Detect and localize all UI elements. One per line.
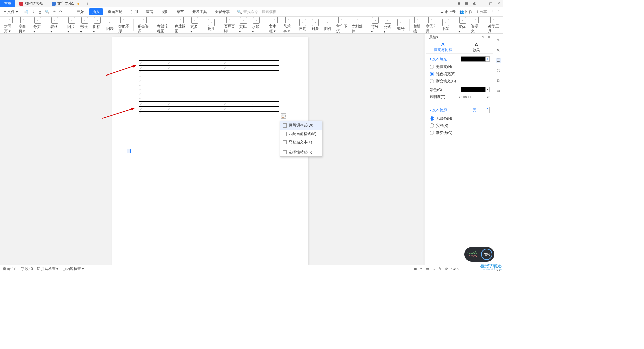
tab-fill-outline[interactable]: A填充与轮廓 [426, 41, 460, 53]
table-1[interactable]: ↵↵↵↵↵ ↵↵↵↵↵ [139, 60, 279, 71]
adjust-icon[interactable]: ☰ [496, 58, 501, 63]
page[interactable]: ↵↵↵↵↵ ↵↵↵↵↵ ↵↵↵ ↵↵↵ ↵ ↵↵↵↵↵ ↵↵↵↵↵ ↵ [112, 37, 308, 265]
section-text-fill[interactable]: 文本填充 ▾ [430, 56, 490, 62]
ribbon-符号[interactable]: ▫符号 ▾ [370, 17, 381, 33]
tab-template[interactable]: 找稻壳模板 [15, 0, 48, 7]
color-swatch[interactable] [461, 87, 486, 92]
ribbon-超链接[interactable]: ▫超链接 [412, 17, 423, 34]
menu-页面布局[interactable]: 页面布局 [104, 8, 126, 15]
menu-match-dest[interactable]: 匹配当前格式(M) [280, 130, 322, 138]
ribbon-页眉页脚[interactable]: ▫页眉页脚 [223, 17, 236, 34]
ribbon-形状[interactable]: ▫形状 ▾ [79, 17, 90, 33]
chevron-up-icon[interactable]: ⌃ [497, 10, 500, 14]
paste-smart-tag[interactable]: 📋 [281, 113, 286, 119]
ribbon-公式[interactable]: ▫公式 ▾ [382, 17, 394, 33]
tab-effect[interactable]: A效果 [460, 41, 493, 53]
menu-引用[interactable]: 引用 [127, 8, 141, 15]
ribbon-书签[interactable]: ▫书签 [440, 19, 451, 31]
ribbon-图表[interactable]: ▫图表 [104, 19, 116, 31]
ribbon-窗体[interactable]: ▫窗体 ▾ [457, 17, 468, 33]
book-icon[interactable]: ▭ [496, 88, 501, 93]
menu-开发工具[interactable]: 开发工具 [189, 8, 210, 15]
menu-paste-special[interactable]: 选择性粘贴(S)… [280, 148, 322, 156]
view-print-icon[interactable]: ≡ [420, 267, 422, 271]
transparency-slider[interactable] [469, 97, 485, 97]
opt-no-line[interactable]: 无线条(N) [430, 116, 490, 121]
opt-no-fill[interactable]: 无填充(N) [430, 64, 490, 69]
ribbon-在线脑图[interactable]: ▫在线脑图 [173, 17, 187, 34]
menu-keep-source[interactable]: 保留源格式(W) [280, 121, 322, 130]
preview-icon[interactable]: 🔍 [45, 10, 50, 14]
ribbon-封面页[interactable]: ▫封面页 ▾ [3, 17, 16, 34]
ribbon-表格[interactable]: ▫表格 ▾ [49, 17, 60, 33]
ribbon-图片[interactable]: ▫图片 ▾ [66, 17, 77, 33]
fit-icon[interactable]: ⟳ [445, 267, 448, 271]
cloud-link[interactable]: ☁ 未上云 [440, 9, 456, 14]
ribbon-首字下沉[interactable]: ▫首字下沉 [335, 17, 349, 34]
ribbon-编号[interactable]: ▫编号 [395, 19, 407, 31]
tab-home[interactable]: 首页 [0, 0, 15, 7]
menu-章节[interactable]: 章节 [173, 8, 187, 15]
menu-审阅[interactable]: 审阅 [143, 8, 157, 15]
command-search[interactable]: 🔍 查找命令、搜索模板 [237, 9, 276, 14]
opt-solid-line[interactable]: 实线(S) [430, 123, 490, 128]
opt-solid-fill[interactable]: 纯色填充(S) [430, 71, 490, 77]
fill-swatch[interactable] [461, 56, 486, 62]
content-check[interactable]: ▢ 内容检查 ▾ [62, 266, 84, 271]
undo-icon[interactable]: ↶ [53, 10, 56, 14]
scroll-gutter[interactable] [423, 34, 425, 265]
open-icon[interactable]: ⤓ [32, 10, 35, 14]
new-icon[interactable]: 📄 [23, 10, 28, 14]
ai-icon[interactable]: ◎ [496, 68, 501, 73]
translate-icon[interactable]: ⧉ [496, 78, 501, 83]
pointer-icon[interactable]: ↖ [496, 48, 501, 53]
ribbon-稻壳资源[interactable]: ▫稻壳资源 [136, 17, 150, 34]
ribbon-日期[interactable]: ▫日期 [297, 19, 308, 31]
ribbon-艺术字[interactable]: ▫艺术字 ▾ [282, 17, 296, 34]
user-avatar-icon[interactable]: ◐ [472, 1, 477, 6]
ribbon-批注[interactable]: ▫批注 [206, 19, 217, 31]
page-indicator[interactable]: 页面: 1/1 [3, 266, 17, 271]
table-2[interactable]: ↵↵↵↵↵ ↵↵↵↵↵ [139, 101, 279, 112]
view-outline-icon[interactable]: ▭ [426, 267, 429, 271]
redo-icon[interactable]: ↷ [59, 10, 62, 14]
file-menu[interactable]: ≡ 文件 ▾ [3, 9, 19, 14]
ribbon-教学工具[interactable]: ▫教学工具 [487, 17, 500, 34]
menu-插入[interactable]: 插入 [89, 8, 103, 15]
layout-icon[interactable]: ⊞ [456, 1, 461, 6]
ribbon-附件[interactable]: ▫附件 [322, 19, 334, 31]
close-button[interactable]: ✕ [496, 1, 501, 6]
zoom-out[interactable]: − [462, 267, 464, 271]
section-text-outline[interactable]: 文本轮廓 无▾ [430, 107, 490, 113]
ribbon-图标[interactable]: ▫图标 ▾ [92, 17, 103, 33]
menu-视图[interactable]: 视图 [158, 8, 172, 15]
ribbon-分页[interactable]: ▫分页 ▾ [32, 17, 43, 33]
ribbon-水印[interactable]: ▫水印 ▾ [251, 17, 262, 33]
view-read-icon[interactable]: ⊕ [432, 267, 435, 271]
minimize-button[interactable]: — [480, 1, 485, 6]
menu-text-only[interactable]: 只粘贴文本(T) [280, 138, 322, 146]
ribbon-在线流程图[interactable]: ▫在线流程图 [156, 17, 172, 34]
plus-icon[interactable]: ⊕ [487, 95, 490, 99]
maximize-button[interactable]: ▢ [488, 1, 493, 6]
close-panel-icon[interactable]: ✕ [487, 35, 490, 39]
ribbon-空白页[interactable]: ▫空白页 ▾ [17, 17, 31, 34]
tab-document[interactable]: 文字文稿1● [48, 0, 84, 7]
pin-icon[interactable]: ⇱ [482, 35, 485, 39]
zoom-value[interactable]: 94% [451, 267, 459, 271]
more-icon[interactable]: ⋮ [490, 10, 494, 14]
ribbon-文本框[interactable]: ▫文本框 ▾ [268, 17, 281, 34]
print-icon[interactable]: 🖨 [38, 10, 42, 14]
view-focus-icon[interactable]: ✎ [439, 267, 442, 271]
share-link[interactable]: ⇪ 分享 [476, 9, 487, 14]
word-count[interactable]: 字数: 0 [21, 266, 33, 271]
view-web-icon[interactable]: ⊞ [414, 267, 417, 271]
opt-grad-line[interactable]: 渐变线(G) [430, 130, 490, 135]
outline-select[interactable]: 无▾ [464, 107, 490, 113]
spell-check[interactable]: ☑ 拼写检查 ▾ [37, 266, 58, 271]
minus-icon[interactable]: ⊖ [459, 95, 462, 99]
menu-会员专享[interactable]: 会员专享 [212, 8, 233, 15]
collab-link[interactable]: 👥 协作 [459, 9, 472, 14]
ribbon-页码[interactable]: ▫页码 ▾ [238, 17, 249, 33]
ribbon-对象[interactable]: ▫对象 [310, 19, 321, 31]
